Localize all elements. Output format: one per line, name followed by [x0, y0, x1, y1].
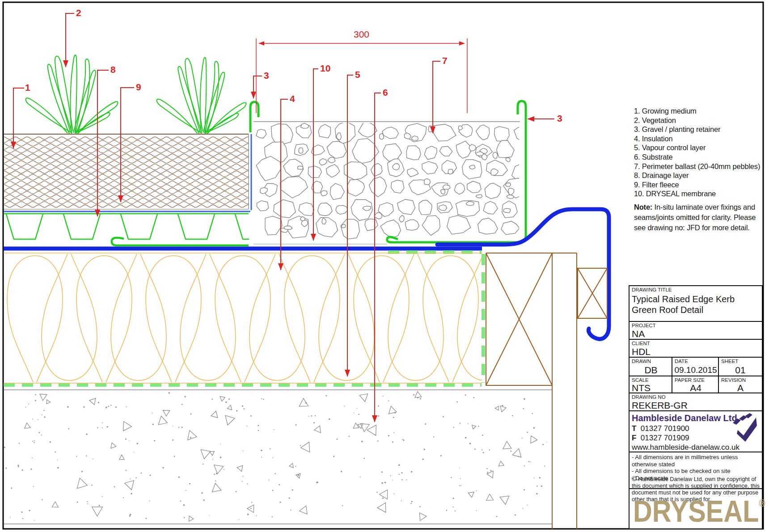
callout-2: 2 — [76, 8, 81, 17]
company-tel: T 01327 701900 — [632, 424, 689, 433]
sheet-label: SHEET — [721, 359, 738, 364]
paper-size-label: PAPER SIZE — [675, 377, 705, 383]
general-notes-row: - All dimensions are in millimetres unle… — [630, 452, 762, 489]
general-note-line: - All dimensions to be checked on site — [632, 468, 762, 475]
callout-7: 7 — [442, 56, 448, 65]
scale-label: SCALE — [632, 377, 649, 383]
retainer-left — [250, 102, 258, 132]
dimension-extension-lines — [256, 38, 467, 113]
legend-item: 8. Drainage layer — [634, 171, 765, 180]
plant-right — [157, 57, 246, 134]
scale-paper-revision-row: SCALE NTS PAPER SIZE A4 REVISION A — [630, 376, 762, 393]
project-value: NA — [632, 329, 645, 339]
growing-medium-hatch — [0, 137, 257, 207]
substrate-boundary-lines — [4, 390, 552, 524]
callout-8: 8 — [110, 65, 116, 74]
dryseal-wordmark: DRYSEAL — [633, 494, 759, 528]
company-row: Hambleside Danelaw Ltd T 01327 701900 F … — [630, 411, 762, 452]
company-website: www.hambleside-danelaw.co.uk — [632, 443, 739, 452]
legend-item: 10. DRYSEAL membrane — [634, 189, 765, 198]
date-value: 09.10.2015 — [672, 365, 719, 375]
perimeter-ballast-pebbles — [256, 122, 531, 239]
growing-medium-edge — [4, 134, 249, 209]
insulation-boundary-lines — [4, 253, 482, 383]
client-value: HDL — [632, 346, 651, 357]
revision-value: A — [719, 383, 762, 393]
substrate-stipple — [4, 391, 547, 521]
note-text: In-situ laminate over fixings and seams/… — [634, 203, 756, 232]
legend: 1. Growing medium2. Vegetation3. Gravel … — [634, 106, 765, 198]
dryseal-logo: DRYSEAL® — [633, 494, 765, 529]
callout-4: 4 — [290, 94, 295, 103]
general-note-line: - All dimensions are in millimetres unle… — [632, 454, 762, 468]
note: Note: In-situ laminate over fixings and … — [634, 202, 765, 233]
drainage-layer — [4, 214, 272, 239]
legend-item: 4. Insulation — [634, 134, 765, 144]
drawn-date-sheet-row: DRAWN DB DATE 09.10.2015 SHEET 01 — [630, 358, 762, 376]
drawing-no-label: DRAWING NO — [632, 394, 666, 400]
tel-label: T — [632, 424, 636, 433]
brand-row: DRYSEAL® — [630, 489, 762, 530]
fax-label: F — [632, 434, 636, 442]
callout-5: 5 — [355, 70, 360, 79]
callout-1: 1 — [25, 83, 30, 92]
revision-label: REVISION — [721, 377, 746, 383]
drawing-title-row: DRAWING TITLE Typical Raised Edge Kerb G… — [630, 286, 762, 322]
legend-item: 3. Gravel / planting retainer — [634, 125, 765, 134]
drawing-sheet: 1 2 8 9 3 4 10 5 6 7 3 300 1. Growing me… — [0, 0, 769, 532]
scale-value: NTS — [632, 383, 651, 393]
dimension-label: 300 — [354, 30, 369, 39]
paper-size-value: A4 — [672, 383, 719, 393]
drawing-no-row: DRAWING NO REKERB-GR — [630, 393, 762, 411]
drawn-value: DB — [630, 365, 672, 376]
project-label: PROJECT — [632, 323, 656, 328]
drawing-title-label: DRAWING TITLE — [632, 287, 672, 292]
client-label: CLIENT — [632, 341, 650, 346]
company-name: Hambleside Danelaw Ltd — [632, 413, 737, 423]
sheet-value: 01 — [719, 365, 762, 376]
company-fax: F 01327 701909 — [632, 434, 689, 443]
drawing-title-line1: Typical Raised Edge Kerb — [632, 294, 735, 304]
date-label: DATE — [675, 359, 688, 364]
insulation-layer — [7, 254, 513, 382]
drawing-no-value: REKERB-GR — [632, 400, 688, 411]
callout-10: 10 — [320, 63, 330, 73]
timber-kerb — [486, 253, 607, 529]
callout-3-right: 3 — [557, 114, 562, 123]
legend-item: 7. Perimeter ballast (20-40mm pebbles) — [634, 162, 765, 171]
drawing-title-line2: Green Roof Detail — [632, 304, 735, 315]
vegetation — [26, 55, 246, 134]
callout-3-left: 3 — [264, 71, 269, 80]
company-logo-icon — [731, 413, 759, 443]
project-row: PROJECT NA — [630, 322, 762, 340]
tel-value: 01327 701900 — [641, 424, 689, 433]
title-block: DRAWING TITLE Typical Raised Edge Kerb G… — [629, 285, 763, 529]
client-row: CLIENT HDL — [630, 340, 762, 358]
fax-value: 01327 701909 — [641, 434, 689, 442]
legend-item: 9. Filter fleece — [634, 180, 765, 190]
legend-item: 6. Substrate — [634, 152, 765, 162]
callout-6: 6 — [383, 88, 388, 97]
registered-mark: ® — [759, 498, 765, 509]
note-label: Note: — [634, 203, 652, 211]
callout-9: 9 — [136, 82, 141, 92]
copyright-symbol: © — [632, 475, 637, 482]
legend-item: 2. Vegetation — [634, 116, 765, 125]
callout-leaders — [13, 13, 554, 422]
vapour-control-layer — [4, 252, 483, 385]
legend-item: 5. Vapour control layer — [634, 143, 765, 152]
drawn-label: DRAWN — [632, 359, 651, 364]
plant-left — [26, 55, 118, 134]
legend-item: 1. Growing medium — [634, 106, 765, 116]
